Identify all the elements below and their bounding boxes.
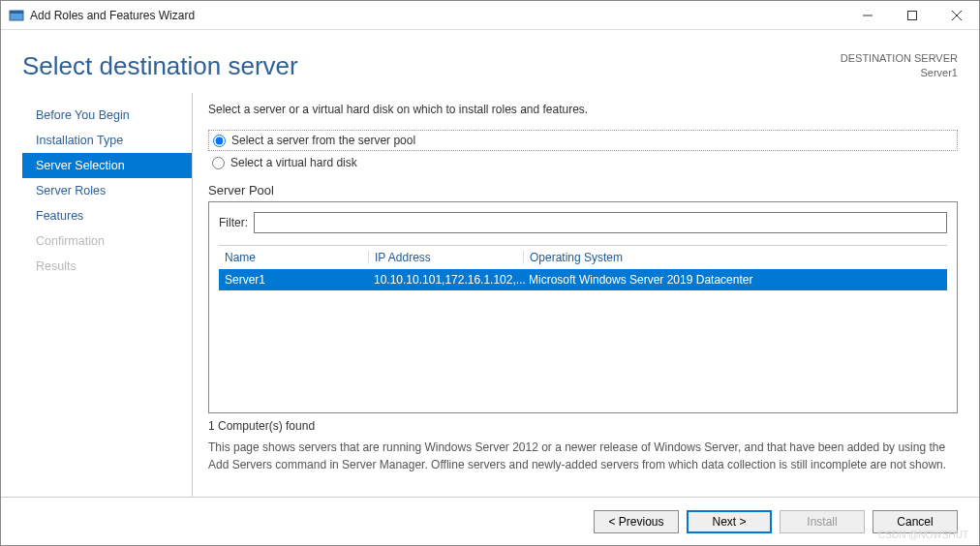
col-header-ip[interactable]: IP Address [368, 251, 523, 264]
wizard-window: Add Roles and Features Wizard Select des… [0, 0, 980, 546]
table-row[interactable]: Server1 10.10.10.101,172.16.1.102,... Mi… [219, 269, 947, 290]
radio-select-server-pool[interactable]: Select a server from the server pool [213, 133, 953, 148]
radio-pool-input[interactable] [213, 135, 226, 147]
server-pool-label: Server Pool [208, 183, 958, 197]
window-title: Add Roles and Features Wizard [30, 9, 845, 22]
maximize-button[interactable] [890, 1, 934, 30]
close-button[interactable] [934, 1, 979, 30]
content-panel: Select a server or a virtual hard disk o… [193, 93, 958, 497]
install-button: Install [780, 510, 865, 533]
wizard-body: Select destination server DESTINATION SE… [1, 30, 979, 497]
cell-name: Server1 [223, 273, 368, 287]
wizard-footer: < Previous Next > Install Cancel [1, 497, 979, 545]
titlebar: Add Roles and Features Wizard [1, 1, 979, 30]
page-title: Select destination server [22, 51, 298, 81]
col-header-name[interactable]: Name [223, 251, 368, 264]
next-button[interactable]: Next > [687, 510, 772, 533]
server-table: Name IP Address Operating System Server1… [219, 245, 947, 407]
filter-row: Filter: [219, 212, 947, 233]
table-header: Name IP Address Operating System [219, 246, 947, 269]
radio-vhd-label: Select a virtual hard disk [230, 156, 357, 169]
radio-vhd-input[interactable] [212, 157, 225, 169]
destination-label: DESTINATION SERVER [841, 51, 958, 66]
radio-select-pool-group: Select a server from the server pool [208, 130, 958, 151]
radio-pool-label: Select a server from the server pool [231, 134, 415, 147]
svg-rect-3 [908, 11, 917, 19]
nav-results: Results [22, 254, 192, 279]
cell-ip: 10.10.10.101,172.16.1.102,... [368, 273, 523, 287]
col-header-os[interactable]: Operating System [523, 251, 943, 264]
nav-installation-type[interactable]: Installation Type [22, 128, 192, 153]
server-pool-box: Filter: Name IP Address Operating System… [208, 201, 958, 413]
nav-features[interactable]: Features [22, 203, 192, 228]
main-area: Before You Begin Installation Type Serve… [22, 93, 958, 497]
table-empty-space [219, 290, 947, 407]
nav-server-roles[interactable]: Server Roles [22, 178, 192, 203]
filter-label: Filter: [219, 216, 248, 229]
wizard-nav: Before You Begin Installation Type Serve… [22, 93, 193, 497]
cell-os: Microsoft Windows Server 2019 Datacenter [523, 273, 943, 287]
filter-input[interactable] [254, 212, 947, 233]
svg-rect-1 [10, 11, 23, 14]
app-icon [9, 8, 24, 23]
nav-server-selection[interactable]: Server Selection [22, 153, 192, 178]
instruction-text: Select a server or a virtual hard disk o… [208, 103, 958, 116]
previous-button[interactable]: < Previous [594, 510, 679, 533]
nav-before-you-begin[interactable]: Before You Begin [22, 103, 192, 128]
note-text: This page shows servers that are running… [208, 439, 958, 473]
nav-confirmation: Confirmation [22, 228, 192, 254]
minimize-button[interactable] [845, 1, 890, 30]
radio-select-vhd[interactable]: Select a virtual hard disk [208, 154, 958, 171]
destination-server-block: DESTINATION SERVER Server1 [841, 51, 958, 81]
destination-value: Server1 [841, 66, 958, 80]
computers-found-text: 1 Computer(s) found [208, 419, 958, 433]
window-controls [845, 1, 979, 30]
cancel-button[interactable]: Cancel [873, 510, 958, 533]
header-row: Select destination server DESTINATION SE… [22, 30, 958, 81]
